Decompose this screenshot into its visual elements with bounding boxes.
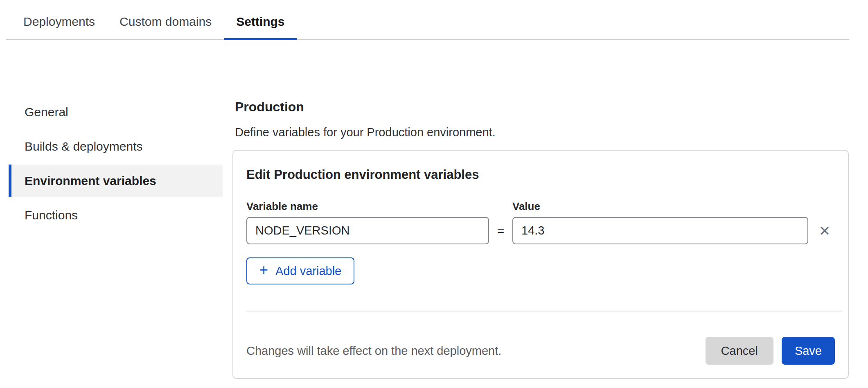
- variable-value-input[interactable]: [512, 217, 808, 244]
- sidebar-item-functions[interactable]: Functions: [9, 199, 223, 232]
- value-label: Value: [512, 201, 540, 212]
- field-labels-row: Variable name Value: [246, 201, 835, 212]
- project-tab-bar: Deployments Custom domains Settings: [6, 0, 849, 40]
- add-variable-button[interactable]: + Add variable: [246, 257, 354, 284]
- tab-deployments-label: Deployments: [23, 15, 95, 29]
- sidebar-item-environment-variables[interactable]: Environment variables: [9, 165, 223, 197]
- equals-sign: =: [489, 224, 512, 238]
- save-button[interactable]: Save: [782, 337, 835, 365]
- deployment-note: Changes will take effect on the next dep…: [246, 344, 501, 358]
- sidebar-item-general[interactable]: General: [9, 96, 223, 129]
- card-footer: Changes will take effect on the next dep…: [246, 337, 835, 365]
- variable-name-label: Variable name: [246, 201, 512, 212]
- section-description: Define variables for your Production env…: [235, 125, 849, 139]
- variable-row: = ✕: [246, 217, 835, 244]
- pages-project-settings-page: Deployments Custom domains Settings Gene…: [0, 0, 868, 379]
- tab-settings-label: Settings: [236, 15, 284, 29]
- env-vars-card: Edit Production environment variables Va…: [232, 150, 849, 379]
- card-title: Edit Production environment variables: [246, 167, 835, 183]
- environment-variables-panel: Production Define variables for your Pro…: [232, 96, 849, 379]
- variable-name-input[interactable]: [246, 217, 489, 244]
- settings-sidebar: General Builds & deployments Environment…: [9, 96, 223, 232]
- cancel-button[interactable]: Cancel: [706, 337, 773, 365]
- plus-icon: +: [259, 263, 268, 277]
- tab-custom-domains[interactable]: Custom domains: [107, 0, 224, 39]
- sidebar-item-builds-deployments[interactable]: Builds & deployments: [9, 130, 223, 163]
- card-divider: [246, 311, 842, 311]
- tab-custom-domains-label: Custom domains: [119, 15, 212, 29]
- tab-settings[interactable]: Settings: [224, 0, 297, 39]
- close-icon: ✕: [819, 224, 831, 238]
- add-variable-label: Add variable: [275, 264, 341, 278]
- section-title: Production: [235, 99, 849, 115]
- settings-content: General Builds & deployments Environment…: [0, 96, 868, 379]
- tab-deployments[interactable]: Deployments: [11, 0, 107, 39]
- remove-variable-button[interactable]: ✕: [814, 219, 835, 243]
- footer-actions: Cancel Save: [706, 337, 835, 365]
